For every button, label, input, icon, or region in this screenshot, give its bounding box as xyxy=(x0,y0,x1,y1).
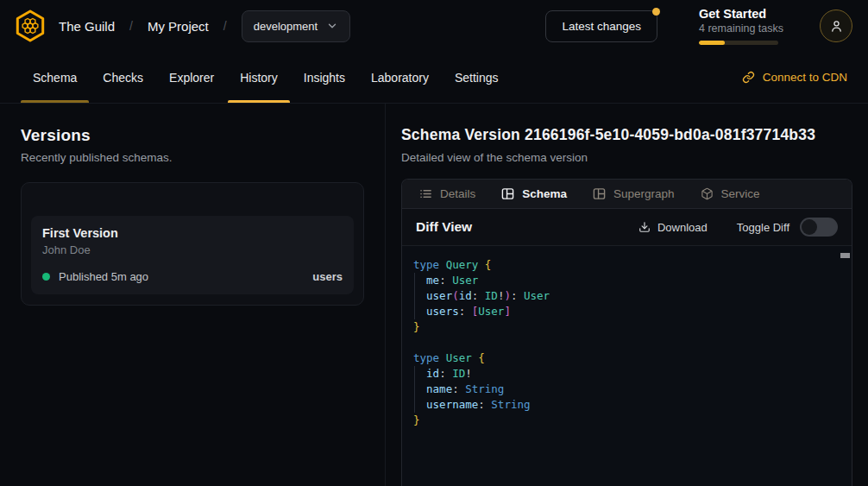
detail-tab-details[interactable]: Details xyxy=(419,187,475,200)
schema-detail-box: DetailsSchemaSupergraphService Diff View… xyxy=(401,179,852,486)
diff-view-actions: Download Toggle Diff xyxy=(638,218,838,237)
schema-code-viewer: type Query { me: User user(id: ID!): Use… xyxy=(402,246,852,486)
code-line: name: String xyxy=(413,382,838,397)
get-started-remaining-tasks: 4 remaining tasks xyxy=(699,22,783,35)
link-icon xyxy=(742,71,755,84)
tab-label: History xyxy=(240,71,278,85)
indent-guide xyxy=(414,273,415,288)
detail-tab-schema[interactable]: Schema xyxy=(501,187,567,200)
get-started-progressbar xyxy=(699,41,778,45)
code-line: users: [User] xyxy=(413,304,838,319)
detail-tab-label: Details xyxy=(440,187,475,200)
detail-tab-label: Service xyxy=(721,187,760,200)
notification-dot xyxy=(652,8,660,16)
detail-tab-service[interactable]: Service xyxy=(701,187,760,200)
code-line: } xyxy=(413,319,838,335)
version-author: John Doe xyxy=(42,243,343,256)
chevron-down-icon xyxy=(326,20,338,32)
schema-version-subtitle: Detailed view of the schema version xyxy=(401,151,852,164)
latest-changes-label: Latest changes xyxy=(562,20,641,33)
environment-selector-value: development xyxy=(254,20,318,33)
tab-label: Explorer xyxy=(169,71,214,85)
nav-tabs: SchemaChecksExplorerHistoryInsightsLabor… xyxy=(21,52,513,103)
switch-knob xyxy=(802,219,817,235)
tab-underline xyxy=(21,100,89,103)
get-started-progress-fill xyxy=(699,41,725,45)
get-started-title: Get Started xyxy=(699,7,783,21)
tab-schema[interactable]: Schema xyxy=(21,52,89,103)
indent-guide xyxy=(414,397,415,413)
tab-label: Laboratory xyxy=(371,71,429,85)
schema-version-title: Schema Version 2166196f-5e10-4059-bd0a-0… xyxy=(401,126,852,144)
indent-guide xyxy=(414,304,415,319)
get-started-widget[interactable]: Get Started 4 remaining tasks xyxy=(699,7,783,45)
cube-icon xyxy=(701,187,714,200)
breadcrumb-organization[interactable]: The Guild xyxy=(59,19,115,34)
code-line: me: User xyxy=(413,273,838,288)
code-lines: type Query { me: User user(id: ID!): Use… xyxy=(413,257,838,428)
connect-to-cdn-label: Connect to CDN xyxy=(763,71,847,84)
code-line: type User { xyxy=(413,350,838,366)
person-icon xyxy=(828,18,845,35)
versions-card: First VersionJohn DoePublished 5m agouse… xyxy=(21,182,364,306)
schema-detail-tabs: DetailsSchemaSupergraphService xyxy=(402,180,852,209)
versions-subtitle: Recently published schemas. xyxy=(21,151,364,164)
tab-history[interactable]: History xyxy=(228,52,290,103)
tab-label: Checks xyxy=(103,71,143,85)
main-nav: SchemaChecksExplorerHistoryInsightsLabor… xyxy=(0,52,868,104)
indent-guide xyxy=(414,288,415,304)
toggle-diff-label: Toggle Diff xyxy=(737,221,789,234)
code-line: } xyxy=(413,413,838,428)
latest-changes-button[interactable]: Latest changes xyxy=(545,10,657,42)
detail-tab-supergraph[interactable]: Supergraph xyxy=(593,187,675,200)
tab-explorer[interactable]: Explorer xyxy=(157,52,226,103)
version-list-item[interactable]: First VersionJohn DoePublished 5m agouse… xyxy=(31,216,354,294)
code-line: type Query { xyxy=(413,257,838,273)
version-meta: Published 5m agousers xyxy=(42,270,343,283)
code-line: username: String xyxy=(413,397,838,413)
code-line xyxy=(413,335,838,350)
versions-title: Versions xyxy=(21,126,364,145)
list-icon xyxy=(419,187,432,200)
breadcrumb-separator: / xyxy=(129,19,133,33)
indent-guide xyxy=(414,366,415,382)
columns-icon xyxy=(593,187,606,200)
version-list: First VersionJohn DoePublished 5m agouse… xyxy=(31,216,354,294)
tab-laboratory[interactable]: Laboratory xyxy=(359,52,441,103)
diff-view-toolbar: Diff View Download Toggle Diff xyxy=(402,209,852,246)
download-icon xyxy=(638,221,651,233)
tab-underline xyxy=(228,100,290,103)
download-button[interactable]: Download xyxy=(638,221,708,234)
tab-insights[interactable]: Insights xyxy=(292,52,357,103)
service-badge: users xyxy=(312,270,343,283)
scrollbar-thumb[interactable] xyxy=(840,253,850,258)
version-status: Published 5m ago xyxy=(59,270,148,283)
tab-checks[interactable]: Checks xyxy=(91,52,155,103)
detail-tab-label: Supergraph xyxy=(613,187,675,200)
content: Versions Recently published schemas. Fir… xyxy=(0,104,868,486)
detail-tab-label: Schema xyxy=(522,187,567,200)
breadcrumb-project[interactable]: My Project xyxy=(148,19,209,34)
user-avatar[interactable] xyxy=(820,9,852,42)
tab-label: Settings xyxy=(455,71,499,85)
columns-icon xyxy=(501,187,514,200)
hive-logo[interactable] xyxy=(14,9,47,42)
tab-settings[interactable]: Settings xyxy=(443,52,511,103)
code-line: user(id: ID!): User xyxy=(413,288,838,304)
breadcrumb-separator: / xyxy=(223,19,227,33)
version-detail-panel: Schema Version 2166196f-5e10-4059-bd0a-0… xyxy=(386,104,868,486)
diff-view-title: Diff View xyxy=(416,219,472,235)
download-label: Download xyxy=(657,221,708,234)
toggle-diff-switch[interactable] xyxy=(800,218,838,237)
versions-panel: Versions Recently published schemas. Fir… xyxy=(0,104,386,486)
top-header: The Guild / My Project / development Lat… xyxy=(0,0,868,52)
code-line: id: ID! xyxy=(413,366,838,382)
environment-selector[interactable]: development xyxy=(242,10,350,42)
indent-guide xyxy=(414,382,415,397)
connect-to-cdn-link[interactable]: Connect to CDN xyxy=(742,52,847,103)
tab-label: Insights xyxy=(304,71,345,85)
published-status-dot xyxy=(42,273,50,281)
version-name: First Version xyxy=(42,226,343,240)
tab-label: Schema xyxy=(33,71,77,85)
